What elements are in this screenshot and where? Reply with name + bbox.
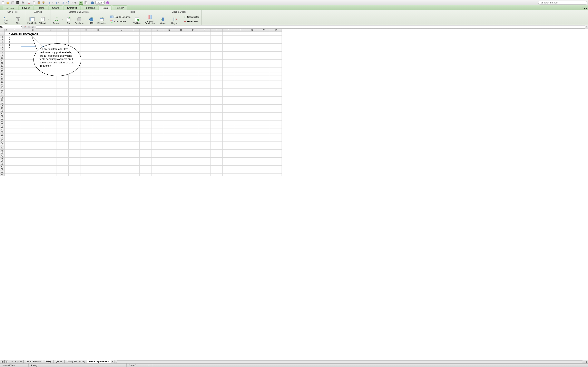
column-header[interactable]: Q (199, 29, 211, 32)
cell[interactable] (57, 110, 69, 113)
cell[interactable] (57, 67, 69, 70)
cell[interactable] (8, 105, 21, 107)
cell[interactable] (199, 89, 211, 91)
cell[interactable] (8, 75, 21, 78)
cell[interactable] (199, 65, 211, 67)
cell[interactable] (128, 36, 140, 38)
cell[interactable] (258, 89, 270, 91)
cell[interactable] (92, 91, 104, 94)
cell[interactable] (270, 152, 282, 155)
cell[interactable] (199, 41, 211, 44)
cell[interactable] (57, 97, 69, 99)
cell[interactable] (187, 144, 199, 147)
cell[interactable] (128, 52, 140, 54)
cell[interactable] (116, 67, 128, 70)
cell[interactable] (21, 168, 45, 171)
cell[interactable] (270, 174, 282, 176)
row-header[interactable]: 28 (0, 105, 4, 107)
cell[interactable] (151, 81, 163, 83)
cell[interactable] (163, 131, 175, 134)
cell[interactable] (45, 91, 57, 94)
cell[interactable] (223, 115, 234, 118)
cell[interactable] (45, 107, 57, 110)
cell[interactable] (246, 52, 258, 54)
cell[interactable] (163, 113, 175, 115)
cell[interactable] (223, 70, 234, 73)
cell[interactable] (234, 158, 246, 160)
row-header[interactable]: 30 (0, 110, 4, 113)
column-header[interactable]: G (80, 29, 92, 32)
cell[interactable] (92, 81, 104, 83)
cell[interactable] (234, 49, 246, 52)
cell[interactable] (270, 99, 282, 102)
cell[interactable] (246, 73, 258, 75)
cell[interactable] (175, 171, 187, 174)
cell[interactable] (57, 118, 69, 120)
cell[interactable] (92, 131, 104, 134)
cell[interactable] (211, 155, 223, 158)
cell[interactable] (140, 81, 151, 83)
cell[interactable] (116, 73, 128, 75)
cell[interactable] (246, 62, 258, 65)
cell[interactable] (4, 155, 8, 158)
cell[interactable] (80, 89, 92, 91)
cell[interactable] (80, 75, 92, 78)
cell[interactable] (69, 142, 80, 144)
cell[interactable] (4, 136, 8, 139)
cell[interactable] (69, 160, 80, 163)
cell[interactable] (4, 67, 8, 70)
cell[interactable] (234, 65, 246, 67)
fx-formula-icon[interactable]: fx (31, 25, 35, 29)
cell[interactable] (246, 128, 258, 131)
cell[interactable] (151, 62, 163, 65)
cell[interactable] (234, 86, 246, 89)
cell[interactable] (92, 174, 104, 176)
cell[interactable] (223, 89, 234, 91)
cell[interactable] (211, 81, 223, 83)
cell[interactable] (187, 126, 199, 128)
cell[interactable] (234, 59, 246, 62)
cell[interactable] (246, 150, 258, 152)
cell[interactable] (199, 91, 211, 94)
cell[interactable] (45, 120, 57, 123)
cell[interactable] (57, 123, 69, 126)
cell[interactable] (270, 62, 282, 65)
cell[interactable] (21, 155, 45, 158)
cell[interactable] (8, 70, 21, 73)
cell[interactable] (21, 102, 45, 105)
row-header[interactable]: 32 (0, 115, 4, 118)
cell[interactable] (175, 120, 187, 123)
cell[interactable] (199, 97, 211, 99)
cell[interactable] (140, 136, 151, 139)
cell[interactable] (116, 139, 128, 142)
autosum-icon[interactable]: Σ (61, 1, 66, 5)
cell[interactable] (187, 91, 199, 94)
cell[interactable] (163, 65, 175, 67)
cell[interactable]: 3 (8, 41, 21, 44)
cell[interactable] (223, 54, 234, 57)
add-sheet-button[interactable]: + (111, 360, 115, 363)
cell[interactable] (140, 36, 151, 38)
cell[interactable] (211, 36, 223, 38)
cell[interactable] (187, 89, 199, 91)
cell[interactable] (92, 99, 104, 102)
cell[interactable] (211, 46, 223, 49)
cell[interactable] (128, 54, 140, 57)
cell[interactable] (151, 115, 163, 118)
cell[interactable] (151, 89, 163, 91)
cell[interactable] (116, 131, 128, 134)
cell[interactable] (21, 32, 45, 36)
cell[interactable] (92, 73, 104, 75)
cell[interactable] (8, 94, 21, 97)
cell[interactable] (163, 83, 175, 86)
cell[interactable] (116, 52, 128, 54)
cell[interactable] (57, 32, 69, 36)
cell[interactable] (69, 38, 80, 41)
cell[interactable] (8, 67, 21, 70)
cell[interactable] (69, 152, 80, 155)
cell[interactable] (151, 131, 163, 134)
cell[interactable] (199, 136, 211, 139)
cell[interactable] (187, 110, 199, 113)
cell[interactable] (80, 32, 92, 36)
cell[interactable] (4, 150, 8, 152)
